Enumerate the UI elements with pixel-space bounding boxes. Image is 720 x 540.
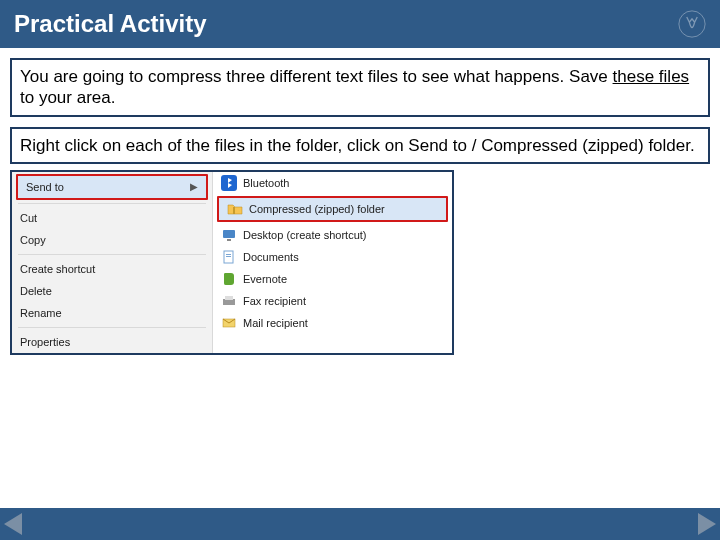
menu-label: Desktop (create shortcut): [243, 229, 367, 241]
svg-point-0: [679, 11, 705, 37]
menu-item-rename[interactable]: Rename: [12, 302, 212, 324]
menu-label: Rename: [20, 307, 62, 319]
menu-label: Mail recipient: [243, 317, 308, 329]
menu-item-send-to[interactable]: Send to ▶: [18, 176, 206, 198]
deer-logo-icon: [678, 10, 706, 38]
menu-item-cut[interactable]: Cut: [12, 207, 212, 229]
menu-item-create-shortcut[interactable]: Create shortcut: [12, 258, 212, 280]
menu-label: Delete: [20, 285, 52, 297]
submenu-item-documents[interactable]: Documents: [213, 246, 452, 268]
send-to-submenu: Bluetooth Compressed (zipped) folder Des…: [212, 172, 452, 353]
prev-slide-button[interactable]: [4, 513, 22, 535]
svg-rect-2: [233, 207, 235, 214]
context-menu-left: Send to ▶ Cut Copy Create shortcut Delet…: [12, 172, 212, 353]
slide-header: Practical Activity: [0, 0, 720, 48]
menu-label: Cut: [20, 212, 37, 224]
highlight-box-sendto: Send to ▶: [16, 174, 208, 200]
these-files-link[interactable]: these files: [613, 67, 690, 86]
menu-label: Bluetooth: [243, 177, 289, 189]
slide-footer: [0, 508, 720, 540]
highlight-box-compressed: Compressed (zipped) folder: [217, 196, 448, 222]
svg-rect-7: [226, 256, 231, 257]
submenu-item-evernote[interactable]: Evernote: [213, 268, 452, 290]
instruction-box-2: Right click on each of the files in the …: [10, 127, 710, 164]
svg-rect-1: [221, 175, 237, 191]
menu-label: Evernote: [243, 273, 287, 285]
zip-folder-icon: [227, 201, 243, 217]
submenu-item-compressed-folder[interactable]: Compressed (zipped) folder: [219, 198, 446, 220]
instruction-box-1: You are going to compress three differen…: [10, 58, 710, 117]
slide-title: Practical Activity: [14, 10, 207, 38]
menu-item-properties[interactable]: Properties: [12, 331, 212, 353]
desktop-icon: [221, 227, 237, 243]
menu-label: Compressed (zipped) folder: [249, 203, 385, 215]
menu-label: Create shortcut: [20, 263, 95, 275]
text: to your area.: [20, 88, 115, 107]
submenu-item-fax[interactable]: Fax recipient: [213, 290, 452, 312]
submenu-arrow-icon: ▶: [190, 181, 198, 192]
menu-label: Copy: [20, 234, 46, 246]
menu-item-delete[interactable]: Delete: [12, 280, 212, 302]
evernote-icon: [221, 271, 237, 287]
menu-label: Properties: [20, 336, 70, 348]
mail-icon: [221, 315, 237, 331]
svg-rect-4: [227, 239, 231, 241]
fax-icon: [221, 293, 237, 309]
bluetooth-icon: [221, 175, 237, 191]
menu-item-copy[interactable]: Copy: [12, 229, 212, 251]
context-menu-screenshot: Send to ▶ Cut Copy Create shortcut Delet…: [10, 170, 454, 355]
svg-rect-6: [226, 254, 231, 255]
documents-icon: [221, 249, 237, 265]
svg-rect-9: [225, 296, 233, 300]
menu-label: Documents: [243, 251, 299, 263]
svg-rect-3: [223, 230, 235, 238]
menu-label: Fax recipient: [243, 295, 306, 307]
next-slide-button[interactable]: [698, 513, 716, 535]
slide: Practical Activity You are going to comp…: [0, 0, 720, 540]
submenu-item-mail[interactable]: Mail recipient: [213, 312, 452, 334]
submenu-item-bluetooth[interactable]: Bluetooth: [213, 172, 452, 194]
submenu-item-desktop[interactable]: Desktop (create shortcut): [213, 224, 452, 246]
text: You are going to compress three differen…: [20, 67, 613, 86]
menu-label: Send to: [26, 181, 64, 193]
